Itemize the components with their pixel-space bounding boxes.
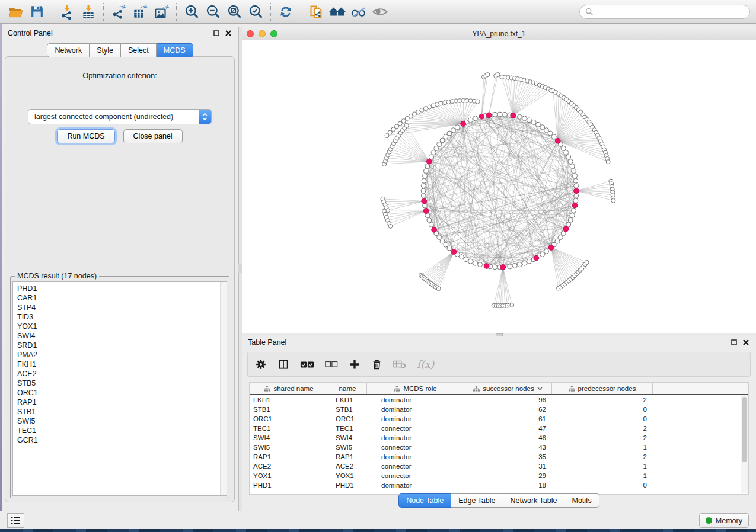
- table-scrollbar[interactable]: [741, 395, 748, 493]
- show-columns-button[interactable]: [277, 358, 289, 370]
- table-row[interactable]: RAP1RAP1dominator352: [250, 452, 748, 462]
- clone-network-button[interactable]: [305, 2, 327, 22]
- export-table-button[interactable]: [129, 2, 151, 22]
- network-canvas[interactable]: [242, 40, 756, 333]
- table-cell: dominator: [367, 453, 464, 460]
- scrollbar-thumb[interactable]: [742, 397, 747, 462]
- table-panel-header: Table Panel: [242, 336, 756, 349]
- close-panel-icon[interactable]: [224, 29, 232, 37]
- column-header-name[interactable]: name: [328, 383, 367, 394]
- unchecked-boxes-icon: [325, 360, 338, 368]
- table-cell: 35: [464, 453, 552, 460]
- table-row[interactable]: ORC1ORC1dominator610: [250, 414, 748, 424]
- mcds-list-scrollbar[interactable]: [220, 282, 227, 495]
- optimization-criterion-select[interactable]: largest connected component (undirected): [28, 109, 212, 124]
- zoom-out-icon: [205, 4, 221, 20]
- zoom-in-icon: [184, 4, 200, 20]
- import-network-button[interactable]: [56, 2, 78, 22]
- table-cell: 61: [464, 415, 552, 422]
- mcds-result-item[interactable]: FKH1: [17, 360, 227, 369]
- tab-node-table[interactable]: Node Table: [398, 493, 451, 508]
- delete-button[interactable]: [371, 358, 382, 370]
- add-row-button[interactable]: [349, 358, 361, 370]
- table-cell: 2: [552, 434, 653, 441]
- table-row[interactable]: TEC1TEC1connector472: [250, 424, 748, 433]
- show-hidden-button[interactable]: [369, 2, 391, 22]
- mcds-result-item[interactable]: RAP1: [17, 398, 227, 407]
- table-row[interactable]: ACE2ACE2connector311: [250, 462, 748, 471]
- column-header-mcds-role[interactable]: MCDS role: [367, 383, 464, 394]
- zoom-fit-button[interactable]: [224, 2, 245, 22]
- mcds-result-item[interactable]: SWI4: [17, 331, 227, 341]
- mcds-result-item[interactable]: PHD1: [17, 284, 227, 293]
- table-cell: SWI4: [328, 434, 367, 441]
- import-table-button[interactable]: [78, 2, 99, 22]
- tab-network[interactable]: Network: [47, 43, 90, 57]
- tab-edge-table[interactable]: Edge Table: [451, 493, 503, 508]
- mcds-result-item[interactable]: STP4: [17, 303, 227, 312]
- close-panel-button[interactable]: Close panel: [123, 129, 183, 143]
- task-history-button[interactable]: [7, 513, 24, 528]
- select-all-button[interactable]: [300, 360, 314, 369]
- mcds-result-item[interactable]: YOX1: [17, 322, 227, 331]
- mcds-result-item[interactable]: SRD1: [17, 341, 227, 350]
- table-row[interactable]: PHD1PHD1dominator180: [250, 480, 748, 490]
- float-panel-icon[interactable]: [212, 29, 221, 37]
- column-label: MCDS role: [403, 385, 436, 392]
- mcds-result-item[interactable]: CAR1: [17, 293, 227, 303]
- table-row[interactable]: SWI5SWI5connector431: [250, 443, 748, 452]
- column-header-successor-nodes[interactable]: successor nodes: [464, 383, 552, 394]
- zoom-out-button[interactable]: [202, 2, 224, 22]
- mcds-result-item[interactable]: STB1: [17, 407, 227, 416]
- close-panel-icon[interactable]: [742, 338, 750, 347]
- search-input[interactable]: [597, 7, 744, 17]
- hide-selected-button[interactable]: [348, 2, 369, 22]
- run-mcds-button[interactable]: Run MCDS: [57, 129, 114, 143]
- zoom-in-button[interactable]: [181, 2, 202, 22]
- mcds-result-list[interactable]: PHD1CAR1STP4TID3YOX1SWI4SRD1PMA2FKH1ACE2…: [12, 281, 227, 496]
- tab-style[interactable]: Style: [90, 43, 121, 57]
- network-graph[interactable]: [242, 40, 756, 333]
- table-row[interactable]: SWI4SWI4dominator462: [250, 433, 748, 443]
- function-builder-button[interactable]: f(x): [417, 358, 434, 370]
- table-cell: SWI4: [250, 434, 328, 441]
- table-settings-button[interactable]: [255, 358, 267, 370]
- network-title: YPA_prune.txt_1: [242, 30, 756, 38]
- export-network-button[interactable]: [108, 2, 129, 22]
- tab-network-table[interactable]: Network Table: [503, 493, 565, 508]
- export-image-button[interactable]: [151, 2, 172, 22]
- table-cell: 47: [464, 425, 552, 432]
- tab-mcds[interactable]: MCDS: [157, 43, 193, 57]
- zoom-selected-button[interactable]: [245, 2, 266, 22]
- export-table-icon: [132, 4, 148, 20]
- float-panel-icon[interactable]: [730, 338, 738, 347]
- mcds-result-item[interactable]: ORC1: [17, 388, 227, 398]
- table-row[interactable]: YOX1YOX1connector291: [250, 471, 748, 480]
- mcds-result-item[interactable]: GCR1: [17, 435, 227, 445]
- memory-button[interactable]: Memory: [699, 513, 749, 528]
- mcds-result-item[interactable]: SWI5: [17, 416, 227, 426]
- column-header-predecessor-nodes[interactable]: predecessor nodes: [552, 383, 653, 394]
- tab-select[interactable]: Select: [121, 43, 157, 57]
- table-row[interactable]: STB1STB1dominator620: [250, 405, 748, 414]
- tab-motifs[interactable]: Motifs: [564, 493, 599, 508]
- table-cell: STB1: [328, 406, 367, 413]
- delete-table-button[interactable]: [393, 360, 406, 369]
- show-all-button[interactable]: [327, 2, 348, 22]
- table-cell: dominator: [367, 396, 464, 403]
- mcds-result-item[interactable]: TID3: [17, 312, 227, 322]
- save-session-button[interactable]: [26, 2, 47, 22]
- open-file-button[interactable]: [5, 2, 26, 22]
- refresh-button[interactable]: [275, 2, 296, 22]
- search-box[interactable]: [579, 5, 750, 19]
- mcds-result-item[interactable]: ACE2: [17, 369, 227, 379]
- optimization-criterion-value: largest connected component (undirected): [28, 113, 199, 121]
- mcds-result-item[interactable]: PMA2: [17, 350, 227, 360]
- mcds-result-item[interactable]: TEC1: [17, 426, 227, 435]
- control-panel: Control Panel NetworkStyleSelectMCDS Opt…: [2, 27, 238, 511]
- column-header-shared-name[interactable]: shared name: [250, 383, 328, 394]
- mcds-result-item[interactable]: STB5: [17, 379, 227, 388]
- table-row[interactable]: FKH1FKH1dominator962: [250, 395, 748, 405]
- deselect-all-button[interactable]: [325, 360, 338, 368]
- table-header-row: shared namenameMCDS rolesuccessor nodesp…: [250, 383, 748, 395]
